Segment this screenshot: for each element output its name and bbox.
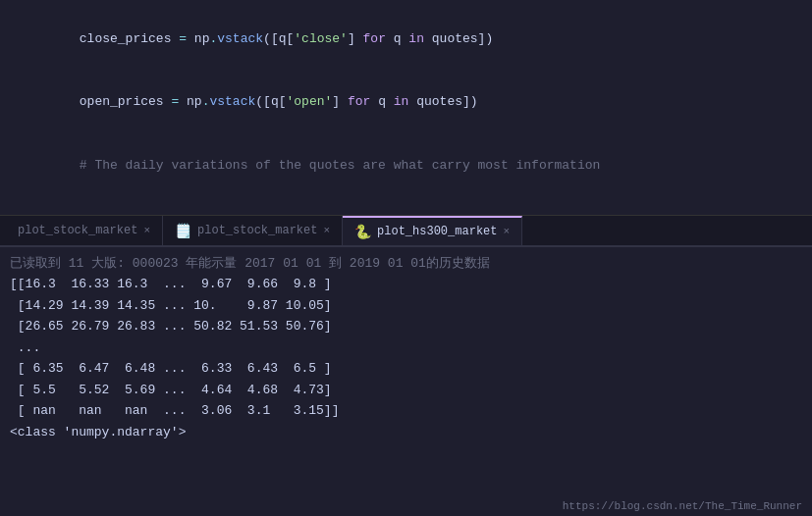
tab-bar: plot_stock_market × 🗒️ plot_stock_market… — [0, 216, 812, 247]
tab-close-3[interactable]: × — [503, 226, 510, 237]
terminal-line-3: [26.65 26.79 26.83 ... 50.82 51.53 50.76… — [10, 316, 802, 336]
tab-close-1[interactable]: × — [143, 225, 150, 236]
terminal-footer: https://blog.csdn.net/The_Time_Runner — [563, 500, 802, 512]
code-line-4: variation = close_prices - open_prices — [0, 197, 812, 216]
terminal-line-8: <class 'numpy.ndarray'> — [10, 422, 802, 442]
tab-icon-2: 🗒️ — [175, 223, 191, 239]
tab-label-3: plot_hs300_market — [377, 225, 497, 238]
tab-icon-3: 🐍 — [354, 224, 371, 240]
editor-area: close_prices = np.vstack([q['close'] for… — [0, 0, 812, 216]
tab-plot-hs300-market[interactable]: 🐍 plot_hs300_market × — [343, 216, 522, 245]
terminal-area: 已读取到 11 大版: 000023 年能示量 2017 01 01 到 201… — [0, 247, 812, 516]
code-line-3: # The daily variations of the quotes are… — [0, 134, 812, 197]
terminal-line-6: [ 5.5 5.52 5.69 ... 4.64 4.68 4.73] — [10, 380, 802, 400]
code-line-2: open_prices = np.vstack([q['open'] for q… — [0, 71, 812, 133]
tab-label-1: plot_stock_market — [18, 224, 137, 237]
terminal-line-7: [ nan nan nan ... 3.06 3.1 3.15]] — [10, 400, 802, 421]
tab-plot-stock-market-2[interactable]: 🗒️ plot_stock_market × — [163, 216, 343, 245]
tab-label-2: plot_stock_market — [197, 224, 317, 237]
terminal-line-1: [[16.3 16.33 16.3 ... 9.67 9.66 9.8 ] — [10, 274, 802, 294]
terminal-line-2: [14.29 14.39 14.35 ... 10. 9.87 10.05] — [10, 295, 802, 316]
code-line-1: close_prices = np.vstack([q['close'] for… — [0, 8, 812, 71]
terminal-line-5: [ 6.35 6.47 6.48 ... 6.33 6.43 6.5 ] — [10, 358, 802, 379]
terminal-line-0: 已读取到 11 大版: 000023 年能示量 2017 01 01 到 201… — [10, 253, 802, 274]
tab-close-2[interactable]: × — [323, 225, 330, 236]
terminal-line-4: ... — [10, 337, 802, 358]
tab-plot-stock-market-1[interactable]: plot_stock_market × — [0, 216, 163, 245]
